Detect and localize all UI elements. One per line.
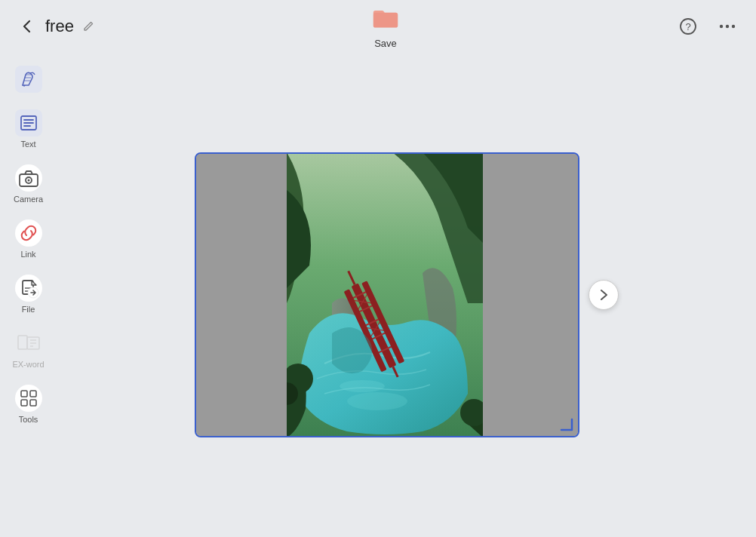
sidebar-item-camera[interactable]: Camera <box>3 158 54 210</box>
text-label: Text <box>20 140 35 149</box>
sidebar-item-file[interactable]: File <box>3 268 54 320</box>
tools-icon <box>14 384 43 413</box>
help-button[interactable]: ? <box>675 13 702 40</box>
grey-panel-left <box>196 154 287 436</box>
image-card[interactable]: Edit <box>195 152 579 437</box>
svg-point-4 <box>720 25 723 28</box>
back-button[interactable] <box>15 14 39 38</box>
file-icon <box>14 274 43 302</box>
sidebar-item-tools[interactable]: Tools <box>3 378 54 430</box>
next-arrow-button[interactable] <box>589 280 619 310</box>
link-icon <box>14 219 43 247</box>
title-edit-icon[interactable] <box>80 18 97 35</box>
save-folder-icon[interactable] <box>372 5 399 35</box>
svg-rect-29 <box>15 385 42 412</box>
svg-point-6 <box>732 25 735 28</box>
file-label: File <box>22 305 35 314</box>
back-icon <box>19 18 35 35</box>
svg-rect-7 <box>15 66 42 93</box>
pen-icon <box>14 65 43 94</box>
resize-handle[interactable] <box>560 418 573 431</box>
sidebar-item-pen[interactable] <box>3 59 54 100</box>
grey-panel-right <box>480 154 578 436</box>
header-left: free <box>15 14 97 38</box>
sidebar-item-exword[interactable]: EX-word <box>3 323 54 375</box>
canvas-area: Edit <box>57 53 756 537</box>
exword-icon <box>14 329 43 357</box>
svg-point-61 <box>340 380 385 392</box>
camera-icon <box>14 164 43 192</box>
image-card-wrapper: Edit <box>195 152 619 437</box>
svg-point-16 <box>27 180 29 182</box>
page-title: free <box>45 17 74 36</box>
header: free Save ? <box>0 0 756 53</box>
svg-text:?: ? <box>685 21 690 32</box>
svg-rect-1 <box>373 12 398 27</box>
sidebar-item-link[interactable]: Link <box>3 213 54 265</box>
header-right: ? <box>675 13 741 40</box>
photo-canvas <box>287 154 483 436</box>
svg-point-60 <box>347 392 407 410</box>
sidebar: Text Camera Link <box>0 53 57 537</box>
more-button[interactable] <box>714 13 741 40</box>
svg-point-5 <box>726 25 729 28</box>
arrow-right-icon <box>597 288 610 302</box>
sidebar-item-text[interactable]: Text <box>3 103 54 155</box>
header-center: Save <box>372 5 399 49</box>
tools-label: Tools <box>19 415 38 424</box>
text-icon <box>14 109 43 137</box>
camera-label: Camera <box>14 195 43 204</box>
svg-rect-17 <box>15 219 42 247</box>
exword-label: EX-word <box>12 360 44 369</box>
svg-rect-23 <box>18 336 27 349</box>
save-label: Save <box>374 38 397 49</box>
link-label: Link <box>20 250 35 259</box>
